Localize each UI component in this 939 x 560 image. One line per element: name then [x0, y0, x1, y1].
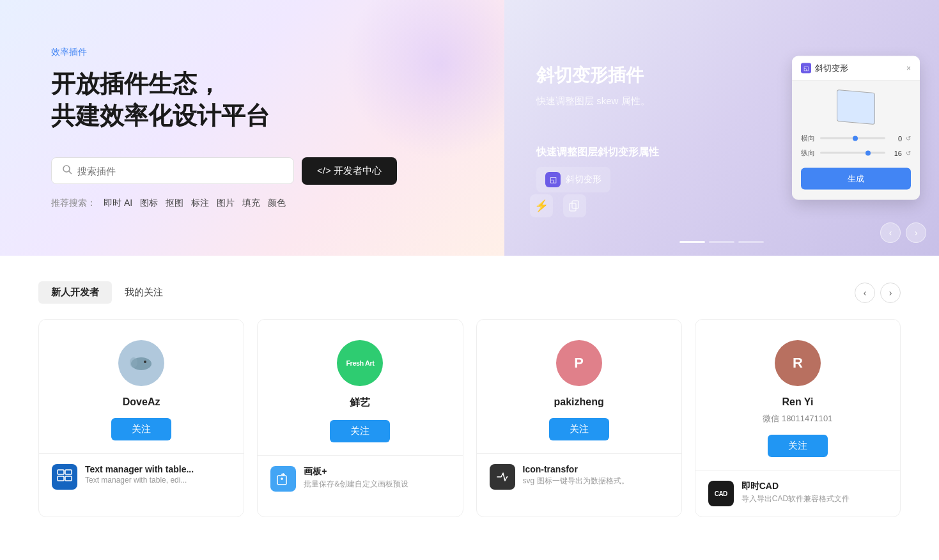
search-icon	[62, 164, 72, 177]
hero-right: 斜切变形插件 快速调整图层 skew 属性。 ⚡ 快速调整图层斜切变形属性 ◱ …	[504, 0, 939, 256]
plugin-desc-0: Text manager with table, edi...	[85, 476, 194, 485]
plugin-name-3: 即时CAD	[741, 481, 850, 492]
plugin-desc-2: svg 图标一键导出为数据格式。	[523, 476, 629, 486]
slider-h-track[interactable]	[820, 137, 885, 139]
carousel-prev-button[interactable]: ‹	[880, 222, 901, 243]
svg-point-6	[144, 361, 146, 363]
copy-icon	[563, 194, 586, 217]
shape-preview	[837, 89, 875, 125]
follow-btn-3[interactable]: 关注	[768, 435, 828, 457]
tab-group: 新人开发者 我的关注	[38, 281, 176, 304]
plugin-info-0: Text manager with table... Text manager …	[85, 464, 194, 485]
dev-card-1: Fresh Art 鲜艺 关注 画板+ 批量保存&创建	[257, 319, 463, 517]
svg-rect-9	[58, 476, 64, 481]
dev-center-button[interactable]: </> 开发者中心	[302, 157, 397, 185]
slider-v-track[interactable]	[820, 152, 885, 154]
tab-nav-buttons: ‹ ›	[855, 283, 901, 303]
suggest-tag-3[interactable]: 标注	[191, 198, 209, 209]
search-input[interactable]	[77, 166, 283, 176]
avatar-1: Fresh Art	[337, 340, 383, 386]
suggest-tag-4[interactable]: 图片	[217, 198, 235, 209]
plugin-name-2: Icon-transfor	[523, 464, 629, 474]
lightning-icon: ⚡	[530, 194, 553, 217]
dev-card-bottom-1: 画板+ 批量保存&创建自定义画板预设	[258, 456, 462, 502]
tab-my-follow[interactable]: 我的关注	[112, 281, 176, 304]
dev-name-0: DoveAz	[123, 396, 160, 408]
developer-cards: DoveAz 关注 Text manager with table... Tex…	[38, 319, 901, 517]
suggest-row: 推荐搜索： 即时 AI 图标 抠图 标注 图片 填充 颜色	[51, 198, 466, 209]
plugin-badge-text: 斜切变形	[566, 174, 601, 185]
carousel-next-button[interactable]: ›	[906, 222, 926, 243]
dev-card-top-1: Fresh Art 鲜艺 关注	[258, 320, 462, 456]
plugin-thumb-2	[490, 464, 515, 490]
plugin-name-1: 画板+	[304, 466, 408, 478]
svg-line-1	[69, 171, 72, 174]
slider-vertical-row: 纵向 16 ↺	[801, 148, 911, 158]
tab-row: 新人开发者 我的关注 ‹ ›	[38, 281, 901, 304]
avatar-0	[118, 340, 164, 386]
plugin-panel-header: ◱ 斜切变形 ×	[792, 56, 920, 81]
search-bar: </> 开发者中心	[51, 157, 466, 185]
tab-next-button[interactable]: ›	[880, 283, 901, 303]
dev-card-top-0: DoveAz 关注	[39, 320, 244, 454]
dev-card-0: DoveAz 关注 Text manager with table... Tex…	[38, 319, 244, 517]
svg-point-5	[130, 357, 137, 368]
slider-v-value: 16	[889, 149, 902, 157]
slider-h-value: 0	[889, 134, 902, 142]
plugin-name-0: Text manager with table...	[85, 464, 194, 474]
tab-prev-button[interactable]: ‹	[855, 283, 875, 303]
follow-btn-2[interactable]: 关注	[549, 418, 609, 440]
suggest-tag-0[interactable]: 即时 AI	[104, 198, 132, 209]
suggest-tag-5[interactable]: 填充	[242, 198, 260, 209]
plugin-info-1: 画板+ 批量保存&创建自定义画板预设	[304, 466, 408, 490]
hero-title: 开放插件生态， 共建效率化设计平台	[51, 68, 466, 132]
dev-sub-3: 微信 18011471101	[763, 413, 832, 424]
plugin-thumb-3: CAD	[708, 481, 734, 506]
dot-2[interactable]	[738, 241, 764, 243]
search-input-wrap[interactable]	[51, 157, 294, 184]
follow-btn-1[interactable]: 关注	[330, 420, 390, 442]
slider-v-label: 纵向	[801, 148, 816, 158]
hero-section: 效率插件 开放插件生态， 共建效率化设计平台 </> 开发者中心 推荐搜索： 即…	[0, 0, 939, 256]
follow-btn-0[interactable]: 关注	[111, 418, 171, 440]
panel-close-button[interactable]: ×	[906, 64, 911, 73]
tab-new-developers[interactable]: 新人开发者	[38, 281, 112, 304]
hero-badge: 效率插件	[51, 47, 466, 58]
suggest-tag-6[interactable]: 颜色	[268, 198, 286, 209]
slider-horizontal-row: 横向 0 ↺	[801, 134, 911, 143]
dev-card-bottom-3: CAD 即时CAD 导入导出CAD软件兼容格式文件	[695, 471, 900, 517]
suggest-tag-1[interactable]: 图标	[140, 198, 158, 209]
plugin-desc-1: 批量保存&创建自定义画板预设	[304, 479, 408, 490]
avatar-3: R	[775, 340, 821, 386]
plugin-info-3: 即时CAD 导入导出CAD软件兼容格式文件	[741, 481, 850, 504]
dot-1[interactable]	[709, 241, 734, 243]
slider-v-refresh-icon[interactable]: ↺	[906, 150, 911, 157]
hero-left: 效率插件 开放插件生态， 共建效率化设计平台 </> 开发者中心 推荐搜索： 即…	[0, 0, 504, 256]
slider-h-refresh-icon[interactable]: ↺	[906, 135, 911, 142]
developer-section: 新人开发者 我的关注 ‹ › DoveAz 关注	[0, 256, 939, 543]
plugin-name-badge: ◱ 斜切变形	[536, 167, 610, 192]
suggest-label: 推荐搜索：	[51, 198, 96, 209]
dev-name-2: pakizheng	[554, 396, 604, 408]
plugin-desc-3: 导入导出CAD软件兼容格式文件	[741, 494, 850, 504]
carousel-dots	[679, 241, 764, 243]
dev-card-bottom-0: Text manager with table... Text manager …	[39, 454, 244, 500]
panel-header-icon: ◱	[801, 63, 811, 74]
svg-rect-2	[570, 203, 576, 211]
plugin-thumb-0	[52, 464, 77, 490]
avatar-2: P	[556, 340, 602, 386]
dot-0[interactable]	[679, 241, 705, 243]
svg-rect-8	[65, 470, 72, 474]
dev-card-2: P pakizheng 关注 Icon-transfor svg 图标一键导出为…	[476, 319, 682, 517]
dev-card-bottom-2: Icon-transfor svg 图标一键导出为数据格式。	[477, 454, 681, 500]
carousel-nav: ‹ ›	[880, 222, 926, 243]
svg-rect-3	[572, 201, 578, 208]
panel-title: 斜切变形	[815, 63, 848, 74]
slider-h-label: 横向	[801, 134, 816, 143]
dev-name-1: 鲜艺	[350, 396, 370, 410]
dev-card-top-3: R Ren Yi 微信 18011471101 关注	[695, 320, 900, 471]
suggest-tag-2[interactable]: 抠图	[166, 198, 183, 209]
generate-button[interactable]: 生成	[801, 168, 911, 190]
dev-card-top-2: P pakizheng 关注	[477, 320, 681, 454]
plugin-info-2: Icon-transfor svg 图标一键导出为数据格式。	[523, 464, 629, 486]
